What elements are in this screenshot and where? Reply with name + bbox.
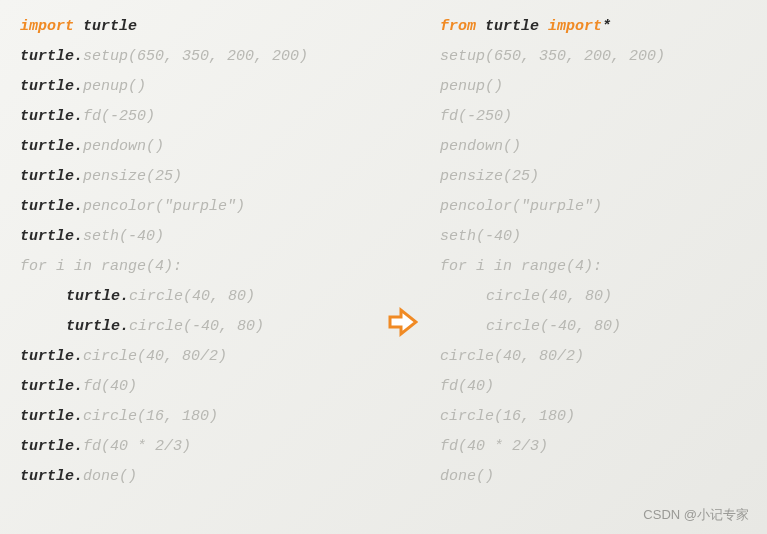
code-line: turtle.penup(): [20, 72, 370, 102]
code-line: turtle.seth(-40): [20, 222, 370, 252]
code-line: circle(16, 180): [440, 402, 747, 432]
code-line: penup(): [440, 72, 747, 102]
code-line: fd(40 * 2/3): [440, 432, 747, 462]
code-line: circle(-40, 80): [440, 312, 747, 342]
code-line: turtle.pendown(): [20, 132, 370, 162]
code-line: turtle.circle(16, 180): [20, 402, 370, 432]
keyword-import: import: [20, 18, 83, 35]
code-line: pensize(25): [440, 162, 747, 192]
code-line: pencolor("purple"): [440, 192, 747, 222]
code-line: turtle.circle(40, 80): [20, 282, 370, 312]
arrow-separator: [384, 12, 420, 522]
keyword-from: from: [440, 18, 485, 35]
code-line: done(): [440, 462, 747, 492]
code-left-column: import turtle turtle.setup(650, 350, 200…: [20, 12, 370, 522]
module-name: turtle: [485, 18, 548, 35]
code-line: from turtle import*: [440, 12, 747, 42]
code-line: turtle.done(): [20, 462, 370, 492]
code-line: turtle.pencolor("purple"): [20, 192, 370, 222]
code-line: turtle.circle(40, 80/2): [20, 342, 370, 372]
module-name: turtle: [83, 18, 137, 35]
keyword-import: import: [548, 18, 602, 35]
code-line: for i in range(4):: [440, 252, 747, 282]
watermark: CSDN @小记专家: [643, 506, 749, 524]
code-line: turtle.circle(-40, 80): [20, 312, 370, 342]
code-line: circle(40, 80/2): [440, 342, 747, 372]
arrow-right-icon: [386, 306, 418, 338]
code-line: turtle.pensize(25): [20, 162, 370, 192]
code-line: setup(650, 350, 200, 200): [440, 42, 747, 72]
code-line: seth(-40): [440, 222, 747, 252]
code-line: fd(40): [440, 372, 747, 402]
code-line: fd(-250): [440, 102, 747, 132]
code-right-column: from turtle import* setup(650, 350, 200,…: [434, 12, 747, 522]
code-line: turtle.setup(650, 350, 200, 200): [20, 42, 370, 72]
code-line: import turtle: [20, 12, 370, 42]
code-line: circle(40, 80): [440, 282, 747, 312]
code-line: for i in range(4):: [20, 252, 370, 282]
code-line: turtle.fd(40 * 2/3): [20, 432, 370, 462]
code-line: turtle.fd(40): [20, 372, 370, 402]
code-line: turtle.fd(-250): [20, 102, 370, 132]
code-comparison: import turtle turtle.setup(650, 350, 200…: [20, 12, 747, 522]
code-line: pendown(): [440, 132, 747, 162]
